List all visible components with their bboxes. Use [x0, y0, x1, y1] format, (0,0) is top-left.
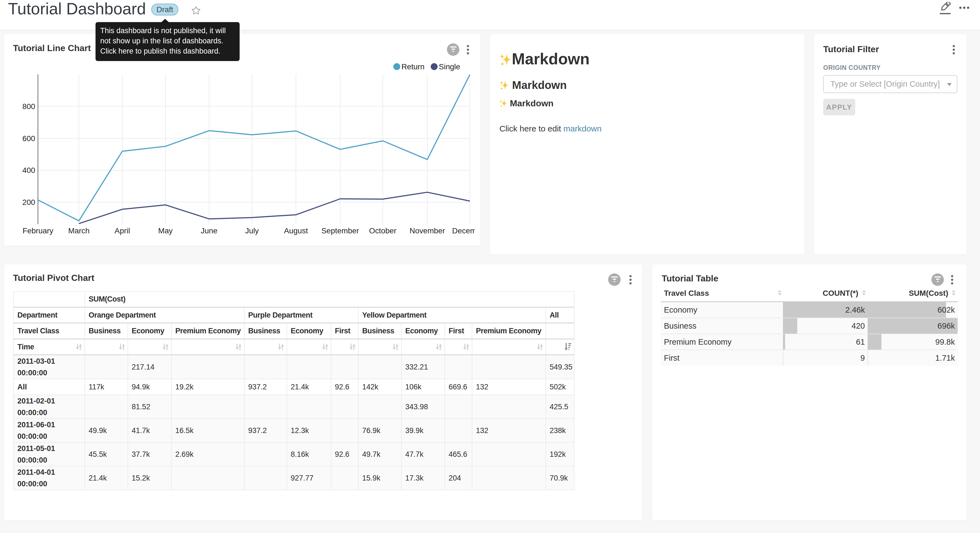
svg-text:November: November — [410, 227, 445, 235]
svg-text:400: 400 — [22, 166, 35, 174]
svg-text:June: June — [201, 227, 217, 235]
svg-text:December: December — [452, 227, 475, 235]
svg-text:April: April — [115, 227, 130, 235]
svg-text:September: September — [321, 227, 359, 235]
svg-text:May: May — [158, 227, 173, 235]
svg-text:March: March — [68, 227, 89, 235]
svg-text:Single: Single — [439, 62, 460, 71]
svg-text:October: October — [369, 227, 396, 235]
svg-text:July: July — [245, 227, 259, 235]
svg-text:Return: Return — [401, 62, 425, 71]
svg-text:August: August — [284, 227, 308, 235]
svg-text:200: 200 — [22, 198, 35, 207]
svg-text:February: February — [23, 227, 54, 235]
svg-text:800: 800 — [22, 102, 35, 111]
svg-text:600: 600 — [22, 134, 35, 143]
